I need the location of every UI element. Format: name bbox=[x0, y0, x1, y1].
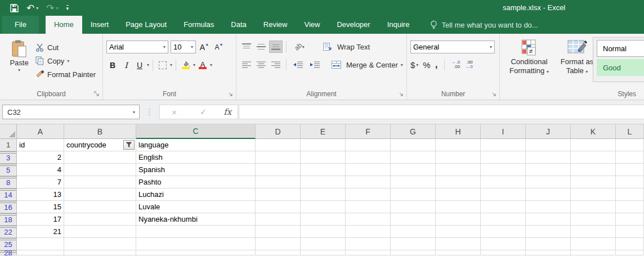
cell-K22[interactable] bbox=[571, 226, 616, 238]
cell-F5[interactable] bbox=[346, 164, 391, 176]
wrap-text-button[interactable]: Wrap Text bbox=[323, 40, 370, 53]
cell-J14[interactable] bbox=[526, 188, 571, 201]
cell-B5[interactable] bbox=[64, 164, 136, 176]
tab-insert[interactable]: Insert bbox=[82, 16, 118, 34]
cell-D28[interactable] bbox=[256, 250, 301, 255]
chevron-down-icon[interactable]: ▾ bbox=[56, 6, 59, 11]
cell-I25[interactable] bbox=[481, 238, 526, 250]
row-header-22[interactable]: 22 bbox=[0, 226, 17, 238]
cell-G8[interactable] bbox=[391, 176, 436, 188]
copy-button[interactable]: Copy ▾ bbox=[35, 54, 96, 68]
cell-G18[interactable] bbox=[391, 213, 436, 226]
row-header-3[interactable]: 3 bbox=[0, 151, 17, 164]
tab-inquire[interactable]: Inquire bbox=[379, 16, 418, 34]
chevron-down-icon[interactable]: ▾ bbox=[401, 62, 403, 68]
cell-A1[interactable]: id bbox=[17, 139, 64, 151]
cell-H8[interactable] bbox=[436, 176, 481, 188]
cell-E8[interactable] bbox=[301, 176, 346, 188]
cell-I1[interactable] bbox=[481, 139, 526, 151]
cell-D8[interactable] bbox=[256, 176, 301, 188]
redo-button[interactable]: ↷▾ bbox=[46, 2, 58, 14]
clipboard-dialog-launcher[interactable] bbox=[94, 91, 100, 97]
chevron-down-icon[interactable]: ▾ bbox=[147, 62, 149, 68]
column-header-C[interactable]: C bbox=[136, 124, 256, 139]
top-align-button[interactable] bbox=[240, 41, 253, 53]
cell-J16[interactable] bbox=[526, 201, 571, 213]
tab-developer[interactable]: Developer bbox=[328, 16, 378, 34]
cell-L28[interactable] bbox=[616, 250, 644, 255]
cell-J18[interactable] bbox=[526, 213, 571, 226]
cell-K3[interactable] bbox=[571, 151, 616, 164]
cell-A22[interactable]: 21 bbox=[17, 226, 64, 238]
cell-A8[interactable]: 7 bbox=[17, 176, 64, 188]
column-header-K[interactable]: K bbox=[571, 124, 616, 139]
cell-E25[interactable] bbox=[301, 238, 346, 250]
increase-decimal-button[interactable]: ←.0.00 bbox=[451, 60, 460, 69]
cell-F18[interactable] bbox=[346, 213, 391, 226]
column-header-J[interactable]: J bbox=[526, 124, 571, 139]
row-header-8[interactable]: 8 bbox=[0, 176, 17, 188]
row-header-1[interactable]: 1 bbox=[0, 139, 17, 151]
chevron-down-icon[interactable]: ▾ bbox=[210, 62, 212, 68]
cell-H25[interactable] bbox=[436, 238, 481, 250]
cell-D1[interactable] bbox=[256, 139, 301, 151]
middle-align-button[interactable] bbox=[254, 41, 268, 53]
number-dialog-launcher[interactable] bbox=[491, 91, 497, 97]
increase-indent-button[interactable] bbox=[307, 59, 323, 71]
cell-C28[interactable] bbox=[136, 250, 256, 255]
formula-bar-resize-handle[interactable]: ⋮ bbox=[145, 105, 154, 119]
cell-I5[interactable] bbox=[481, 164, 526, 176]
cell-B16[interactable] bbox=[64, 201, 136, 213]
cell-D18[interactable] bbox=[256, 213, 301, 226]
cell-A5[interactable]: 4 bbox=[17, 164, 64, 176]
style-good[interactable]: Good bbox=[597, 59, 644, 76]
cell-C1[interactable]: language bbox=[136, 139, 256, 151]
cell-K28[interactable] bbox=[571, 250, 616, 255]
cell-B8[interactable] bbox=[64, 176, 136, 188]
increase-font-size-button[interactable]: A▲ bbox=[198, 41, 211, 53]
column-header-I[interactable]: I bbox=[481, 124, 526, 139]
cell-K14[interactable] bbox=[571, 188, 616, 201]
column-header-F[interactable]: F bbox=[346, 124, 391, 139]
tab-home[interactable]: Home bbox=[46, 16, 82, 34]
font-size-select[interactable]: 10▾ bbox=[171, 41, 196, 53]
cell-E3[interactable] bbox=[301, 151, 346, 164]
paste-button[interactable]: Paste ▾ bbox=[3, 38, 35, 88]
cell-H3[interactable] bbox=[436, 151, 481, 164]
cell-K8[interactable] bbox=[571, 176, 616, 188]
cell-I22[interactable] bbox=[481, 226, 526, 238]
cell-B22[interactable] bbox=[64, 226, 136, 238]
cell-I8[interactable] bbox=[481, 176, 526, 188]
cell-F16[interactable] bbox=[346, 201, 391, 213]
cell-A18[interactable]: 17 bbox=[17, 213, 64, 226]
row-header-28[interactable]: 28 bbox=[0, 250, 17, 255]
cell-K1[interactable] bbox=[571, 139, 616, 151]
align-left-button[interactable] bbox=[240, 59, 253, 71]
column-header-E[interactable]: E bbox=[301, 124, 346, 139]
borders-button[interactable] bbox=[156, 59, 169, 71]
cell-C18[interactable]: Nyaneka-nkhumbi bbox=[136, 213, 256, 226]
cell-G25[interactable] bbox=[391, 238, 436, 250]
cell-F1[interactable] bbox=[346, 139, 391, 151]
cell-F8[interactable] bbox=[346, 176, 391, 188]
autofilter-applied-button[interactable] bbox=[123, 140, 135, 150]
cell-E14[interactable] bbox=[301, 188, 346, 201]
column-header-L[interactable]: L bbox=[616, 124, 644, 139]
cell-J22[interactable] bbox=[526, 226, 571, 238]
cell-A28[interactable] bbox=[17, 250, 64, 255]
bold-button[interactable]: B bbox=[106, 59, 119, 71]
row-header-18[interactable]: 18 bbox=[0, 213, 17, 226]
format-painter-button[interactable]: Format Painter bbox=[35, 68, 96, 81]
cell-I18[interactable] bbox=[481, 213, 526, 226]
tell-me-box[interactable]: Tell me what you want to do... bbox=[430, 16, 538, 34]
accounting-format-button[interactable]: $▾ bbox=[410, 58, 418, 71]
bottom-align-button[interactable] bbox=[269, 41, 283, 53]
cell-L16[interactable] bbox=[616, 201, 644, 213]
select-all-button[interactable] bbox=[0, 124, 17, 139]
cell-K5[interactable] bbox=[571, 164, 616, 176]
cell-L8[interactable] bbox=[616, 176, 644, 188]
cell-F28[interactable] bbox=[346, 250, 391, 255]
column-header-D[interactable]: D bbox=[256, 124, 301, 139]
decrease-decimal-button[interactable]: .00→.0 bbox=[464, 60, 473, 69]
cell-G16[interactable] bbox=[391, 201, 436, 213]
